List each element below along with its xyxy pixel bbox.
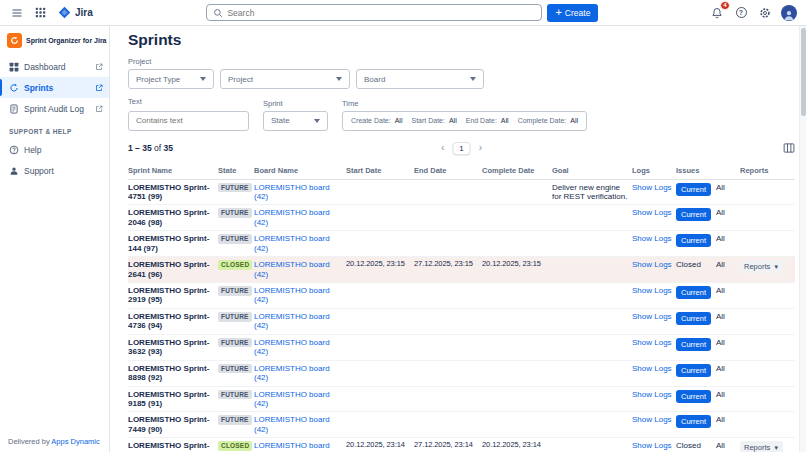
table-row: LOREMISTHO Sprint-2046 (98) FUTURE LOREM… (128, 205, 795, 231)
current-issues-button[interactable]: Current (676, 338, 711, 351)
previous-page-button[interactable]: ‹ (441, 143, 444, 153)
current-issues-button[interactable]: Current (676, 286, 711, 299)
jira-home-link[interactable]: Jira (58, 6, 93, 19)
start-date-filter-button[interactable]: Start Date:All (411, 117, 456, 124)
create-button[interactable]: + Create (547, 4, 598, 22)
column-settings-button[interactable] (783, 142, 795, 154)
reports-button[interactable]: Reports▼ (740, 441, 783, 452)
top-navigation-bar: Jira + Create 4 ? (0, 0, 806, 26)
state-badge: FUTURE (218, 312, 252, 322)
notifications-button[interactable]: 4 (708, 4, 726, 22)
sidebar-item-sprints[interactable]: Sprints (0, 77, 109, 98)
search-input[interactable] (227, 8, 535, 18)
show-logs-link[interactable]: Show Logs (632, 441, 672, 450)
current-issues-button[interactable]: Current (676, 364, 711, 377)
sidebar-item-help[interactable]: Help (0, 139, 109, 160)
chevron-down-icon: ▼ (773, 445, 779, 451)
board-link[interactable]: LOREMISTHO board (42) (254, 338, 330, 356)
vertical-scrollbar[interactable] (799, 26, 806, 452)
show-logs-link[interactable]: Show Logs (632, 208, 672, 217)
end-date (414, 205, 482, 211)
all-issues-link[interactable]: All (716, 338, 725, 347)
board-select[interactable]: Board (356, 69, 484, 89)
end-date (414, 231, 482, 237)
help-button[interactable]: ? (732, 4, 750, 22)
all-issues-link[interactable]: All (716, 390, 725, 399)
project-type-select[interactable]: Project Type (128, 69, 214, 89)
all-issues-link[interactable]: All (716, 208, 725, 217)
end-date-filter-button[interactable]: End Date:All (466, 117, 509, 124)
board-link[interactable]: LOREMISTHO board (42) (254, 208, 330, 226)
current-issues-button[interactable]: Current (676, 234, 711, 247)
start-date (346, 283, 414, 289)
board-link[interactable]: LOREMISTHO board (42) (254, 441, 330, 452)
show-logs-link[interactable]: Show Logs (632, 415, 672, 424)
current-page-indicator[interactable]: 1 (453, 143, 469, 154)
contains-text-input[interactable] (128, 111, 249, 131)
audit-log-document-icon (9, 104, 19, 114)
create-date-filter-button[interactable]: Create Date:All (351, 117, 402, 124)
scrollbar-thumb[interactable] (801, 28, 806, 116)
board-link[interactable]: LOREMISTHO board (42) (254, 415, 330, 433)
chevron-down-icon: ▼ (773, 264, 779, 270)
current-issues-button[interactable]: Current (676, 208, 711, 221)
board-link[interactable]: LOREMISTHO board (42) (254, 286, 330, 304)
board-link[interactable]: LOREMISTHO board (42) (254, 364, 330, 382)
state-badge: FUTURE (218, 286, 252, 296)
show-logs-link[interactable]: Show Logs (632, 260, 672, 269)
board-link[interactable]: LOREMISTHO board (42) (254, 183, 330, 201)
profile-button[interactable] (780, 4, 798, 22)
show-logs-link[interactable]: Show Logs (632, 286, 672, 295)
current-issues-button[interactable]: Current (676, 415, 711, 428)
show-logs-link[interactable]: Show Logs (632, 312, 672, 321)
all-issues-link[interactable]: All (716, 312, 725, 321)
sidebar-toggle-button[interactable] (8, 4, 26, 22)
page-title: Sprints (128, 31, 795, 49)
state-select[interactable]: State (263, 111, 328, 131)
board-link[interactable]: LOREMISTHO board (42) (254, 260, 330, 278)
show-logs-link[interactable]: Show Logs (632, 364, 672, 373)
all-issues-link[interactable]: All (716, 364, 725, 373)
board-link[interactable]: LOREMISTHO board (42) (254, 390, 330, 408)
show-logs-link[interactable]: Show Logs (632, 390, 672, 399)
state-badge: CLOSED (218, 441, 252, 451)
apps-dynamic-link[interactable]: Apps Dynamic (51, 437, 99, 446)
all-issues-link[interactable]: All (716, 234, 725, 243)
board-link[interactable]: LOREMISTHO board (42) (254, 234, 330, 252)
show-logs-link[interactable]: Show Logs (632, 338, 672, 347)
sidebar-item-dashboard[interactable]: Dashboard (0, 56, 109, 77)
sidebar-item-support[interactable]: Support (0, 160, 109, 181)
sprint-name: LOREMISTHO Sprint-2641 (96) (128, 257, 218, 282)
show-logs-link[interactable]: Show Logs (632, 183, 672, 192)
global-search[interactable] (206, 4, 542, 21)
delivered-by-footer: Delivered by Apps Dynamic (8, 437, 100, 446)
chevron-down-icon (314, 119, 320, 123)
all-issues-link[interactable]: All (716, 260, 725, 269)
all-issues-link[interactable]: All (716, 441, 725, 450)
end-date: 27.12.2025, 23:14 (414, 438, 482, 452)
settings-button[interactable] (756, 4, 774, 22)
current-issues-button[interactable]: Current (676, 312, 711, 325)
start-date (346, 205, 414, 211)
start-date: 20.12.2025, 23:15 (346, 257, 414, 272)
board-link[interactable]: LOREMISTHO board (42) (254, 312, 330, 330)
table-body: LOREMISTHO Sprint-4751 (99) FUTURE LOREM… (128, 180, 795, 452)
show-logs-link[interactable]: Show Logs (632, 234, 672, 243)
current-issues-button[interactable]: Current (676, 183, 711, 196)
reports-button[interactable]: Reports▼ (740, 260, 783, 273)
all-issues-link[interactable]: All (716, 183, 725, 192)
plus-icon: + (555, 7, 561, 18)
project-select[interactable]: Project (220, 69, 350, 89)
next-page-button[interactable]: › (479, 143, 482, 153)
all-issues-link[interactable]: All (716, 415, 725, 424)
app-switcher-button[interactable] (31, 4, 49, 22)
complete-date (482, 387, 552, 393)
current-issues-button[interactable]: Current (676, 390, 711, 403)
table-row: LOREMISTHO Sprint-2919 (95) FUTURE LOREM… (128, 283, 795, 309)
question-icon: ? (736, 7, 747, 18)
closed-issues-text: Closed (676, 441, 701, 450)
sidebar-item-sprint-audit-log[interactable]: Sprint Audit Log (0, 98, 109, 119)
complete-date-filter-button[interactable]: Complete Date:All (518, 117, 578, 124)
all-issues-link[interactable]: All (716, 286, 725, 295)
sidebar-item-label: Dashboard (24, 62, 66, 72)
